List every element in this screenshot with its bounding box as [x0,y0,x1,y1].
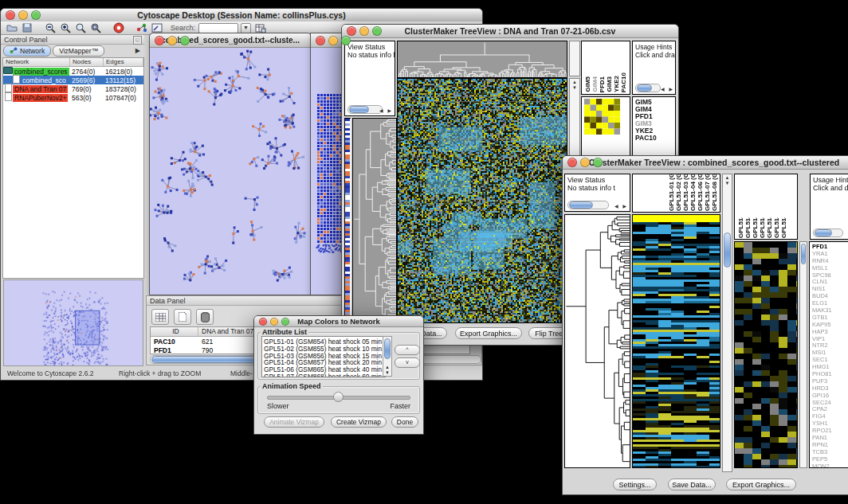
search-input[interactable] [198,23,238,33]
gene-label[interactable]: YSH1 [812,420,848,427]
dialog-title-bar[interactable]: Map Colors to Network [254,316,423,327]
gene-label[interactable]: PAC10 [635,134,675,141]
gene-label[interactable]: NTR2 [812,342,848,349]
zoom-in-icon[interactable] [59,22,71,33]
column-label[interactable]: GPL51-08 (GSM872) [711,174,718,211]
zoom-button[interactable] [180,36,190,45]
gene-label[interactable]: NIS1 [812,285,848,292]
treeview2-title-bar[interactable]: ClusterMaker TreeView : combined_scores_… [563,156,848,170]
save-session-icon[interactable] [21,22,33,33]
zoom-button[interactable] [372,26,382,36]
gene-label[interactable]: PUF3 [812,377,848,385]
column-label[interactable]: GPL51-02 (GSM855) [675,174,682,211]
gene-label[interactable]: YRA1 [812,250,848,257]
network-canvas[interactable] [150,48,309,293]
gene-label[interactable]: PAN1 [812,434,848,441]
zoom-button[interactable] [281,318,289,326]
column-label[interactable]: PAC10 [620,72,627,92]
heatmap-canvas[interactable] [633,215,720,467]
column-label[interactable]: GPL51-06 (GSM865) [697,174,704,211]
tab-vizmapper[interactable]: VizMapper™ [53,45,104,57]
detail-vscrollbar[interactable] [799,241,807,468]
column-label[interactable]: GIM5 [584,76,591,92]
gene-label[interactable]: MSL1 [812,264,848,272]
create-vizmap-button[interactable]: Create Vizmap [331,416,387,428]
close-button[interactable] [316,36,325,45]
gene-label[interactable]: PHO81 [812,370,848,377]
column-label[interactable]: GPL51-08 (GSM872) [780,217,787,238]
row-dendrogram-canvas[interactable] [353,119,396,322]
scroll-up-icon[interactable]: ▲ [723,175,732,181]
gene-label[interactable]: GTB1 [812,314,848,321]
minimize-button[interactable] [359,26,369,36]
scroll-down-icon[interactable]: ▼ [383,370,391,375]
row-dendrogram-canvas[interactable] [565,215,630,467]
gene-label[interactable]: PFD1 [812,243,848,250]
table-import-icon[interactable] [254,22,266,33]
network-row[interactable]: combined_sco2569(6)13112(15) [3,76,143,84]
move-up-button[interactable]: ^ [395,345,420,355]
column-label[interactable]: GPL51-04 (GSM857) [759,217,766,238]
minimize-button[interactable] [328,36,338,45]
zoom-button[interactable] [341,36,351,45]
scroll-down-icon[interactable]: ▼ [723,181,732,186]
attribute-list-vscrollbar[interactable]: ▲ ▼ [383,336,392,377]
close-button[interactable] [347,26,356,36]
column-label[interactable]: GPL51-03 (GSM856) [682,174,689,211]
attribute-table-icon[interactable] [151,309,169,325]
view-status-hscrollbar[interactable] [567,201,609,209]
scroll-down-icon[interactable]: ▼ [570,85,579,91]
gene-label[interactable]: GIM5 [635,98,675,105]
done-button[interactable]: Done [391,416,418,428]
column-label[interactable]: GPL51-06 (GSM865) [766,217,773,238]
minimize-button[interactable] [580,158,590,167]
vizmapper-nodes-icon[interactable] [135,22,147,33]
treeview2-vscrollbar[interactable]: ▲ ▼ [722,174,732,472]
gene-label[interactable]: SEC1 [812,356,848,363]
background-window-title-bar[interactable] [311,33,343,48]
column-label[interactable]: YKE2 [613,76,620,92]
gene-label[interactable]: RPO21 [812,427,848,434]
gene-label[interactable]: HAP3 [812,328,848,335]
col-network[interactable]: Network [3,58,70,66]
new-attribute-icon[interactable] [174,309,191,325]
float-panel-icon[interactable]: ◱ [133,36,142,45]
gene-label[interactable]: TCB3 [812,448,848,455]
zoom-out-icon[interactable] [44,22,56,33]
attribute-item[interactable]: GPL51-02 (GSM855) heat shock 10 min [264,345,385,352]
tab-network[interactable]: Network [3,45,51,57]
search-dropdown-icon[interactable]: ▼ [241,23,251,33]
settings-button[interactable]: Settings... [613,479,657,490]
open-session-icon[interactable] [6,22,18,33]
column-label[interactable]: GIM4 [591,76,599,92]
treeview1-title-bar[interactable]: ClusterMaker TreeView : DNA and Tran 07-… [342,25,678,38]
correlation-matrix-canvas[interactable] [584,99,620,135]
column-label[interactable]: GPL51-04 (GSM857) [689,174,697,211]
gene-label[interactable]: GIM3 [635,119,675,127]
usage-hints-hscrollbar[interactable] [635,84,661,92]
scroll-arrows-icon[interactable]: ◀ ▶ [379,107,393,113]
close-button[interactable] [259,318,267,326]
scroll-arrows-icon[interactable]: ◀ ▶ [661,86,674,92]
minimize-button[interactable] [270,318,278,326]
col-id[interactable]: ID [151,327,198,336]
scroll-up-icon[interactable]: ▲ [383,365,391,369]
treeview1-vscroll-top[interactable] [569,41,580,76]
console-icon[interactable] [151,22,163,33]
scroll-thumb[interactable] [384,338,391,359]
gene-label[interactable]: MAK31 [812,307,848,314]
heatmap-canvas[interactable] [398,79,567,322]
column-label[interactable]: GIM3 [606,76,613,92]
close-button[interactable] [155,36,164,45]
export-graphics-button[interactable]: Export Graphics... [726,479,796,490]
column-label[interactable]: GPL51-07 (GSM868) [704,174,711,211]
zoom-selected-icon[interactable] [74,22,86,33]
close-button[interactable] [6,10,15,20]
attribute-item[interactable]: GPL51-07 (GSM868) heat shock 60 min [264,373,385,377]
gene-label[interactable]: HMG1 [812,363,848,370]
gene-label[interactable]: MON2 [812,463,848,468]
minimize-button[interactable] [18,10,28,20]
gene-label[interactable]: FIG4 [812,412,848,420]
attribute-item[interactable]: GPL51-06 (GSM865) heat shock 40 min [264,365,385,373]
save-data-button[interactable]: Save Data... [668,479,716,490]
